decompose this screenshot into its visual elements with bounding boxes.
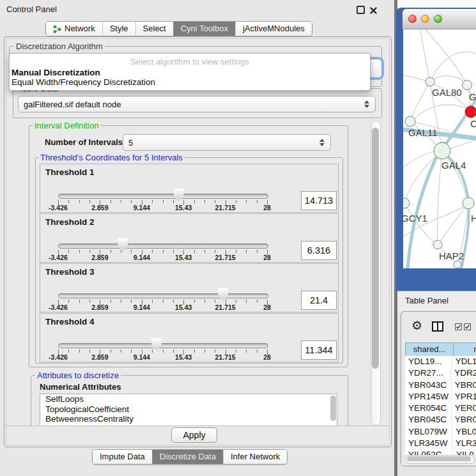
slider-thumb[interactable] [118, 238, 128, 251]
table-row[interactable]: YPR145WYPR1 [405, 391, 476, 403]
slider-tick-label: 21.715 [215, 204, 236, 211]
slider-track[interactable] [58, 343, 268, 348]
slider-thumb[interactable] [218, 288, 228, 301]
list-scrollbar-thumb[interactable] [330, 395, 336, 421]
table-row[interactable]: YER054CYER0 [405, 403, 476, 414]
threshold-value-field[interactable]: 21.4 [301, 291, 337, 310]
network-node[interactable] [433, 240, 442, 249]
settings-scroll-area: Interval Definition Number of Intervals … [9, 119, 371, 426]
network-node[interactable] [403, 198, 410, 208]
minimize-traffic-light[interactable] [421, 15, 429, 23]
algorithm-option[interactable]: Manual Discretization [10, 68, 370, 77]
attribute-item[interactable]: TopologicalCoefficient [40, 404, 337, 415]
tab-label: Cyni Toolbox [181, 22, 228, 36]
slider-tick [79, 300, 80, 303]
table-row[interactable]: YDR27...YDR2 [405, 367, 476, 379]
network-node[interactable] [434, 142, 450, 159]
table-column-header[interactable]: shared... [405, 342, 454, 357]
slider-thumb[interactable] [174, 188, 184, 201]
node-label: GA [469, 91, 476, 102]
slider-tick [121, 349, 121, 353]
table-row[interactable]: YBR043CYBR0 [405, 380, 476, 391]
slider-tick [131, 349, 132, 353]
algorithm-option[interactable]: Equal Width/Frequency Discretization [10, 77, 370, 87]
attribute-item[interactable]: SelfLoops [40, 394, 337, 404]
close-traffic-light[interactable] [408, 15, 417, 23]
network-node-selected[interactable] [465, 106, 476, 118]
zoom-traffic-light[interactable] [434, 15, 442, 23]
slider-tick [204, 200, 205, 203]
network-node[interactable] [405, 116, 415, 127]
slider-track[interactable] [58, 293, 268, 298]
tab-impute-data[interactable]: Impute Data [93, 450, 152, 464]
gear-icon[interactable]: ⚙ [411, 319, 422, 332]
apply-button[interactable]: Apply [171, 427, 217, 443]
slider-tick [163, 250, 164, 253]
slider-tick-label: 9.144 [134, 353, 150, 361]
slider-tick-label: 28 [263, 204, 271, 211]
table-hscrollbar-track[interactable] [405, 455, 475, 464]
tab-infer-network[interactable]: Infer Network [223, 450, 287, 464]
numerical-attributes-list[interactable]: SelfLoopsTopologicalCoefficientBetweenne… [40, 394, 337, 426]
column-layout-icon[interactable] [432, 321, 443, 334]
table-hscrollbar-thumb[interactable] [407, 456, 471, 461]
slider-tick [173, 300, 174, 303]
network-node[interactable] [426, 77, 434, 86]
numerical-attributes-label: Numerical Attributes [40, 382, 121, 392]
tab-label: Discretize Data [160, 450, 216, 464]
network-window-titlebar[interactable] [403, 9, 476, 29]
network-node[interactable] [463, 81, 472, 90]
threshold-value-field[interactable]: 6.316 [301, 241, 337, 260]
network-window-top-edge [397, 0, 476, 8]
slider-track[interactable] [58, 243, 268, 249]
algorithm-hint-option[interactable]: Select algorithm to view settings [10, 57, 370, 66]
table-row[interactable]: YIL052CYIL0 [405, 449, 476, 455]
attribute-item[interactable]: BetweennessCentrality [40, 414, 337, 424]
threshold-value-field[interactable]: 11.344 [301, 341, 337, 360]
table-data-combobox[interactable]: galFiltered.sif default node [18, 96, 376, 112]
slider-tick [89, 300, 90, 303]
slider-tick [131, 300, 132, 303]
close-icon[interactable] [370, 5, 377, 17]
slider-tick [215, 250, 215, 253]
tab-network[interactable]: Network [46, 22, 102, 36]
threshold-value-field[interactable]: 14.713 [301, 191, 337, 210]
slider-tick [152, 300, 153, 303]
node-label: GCY1 [403, 213, 427, 224]
tab-style[interactable]: Style [102, 22, 135, 36]
float-window-icon[interactable] [357, 6, 365, 14]
table-row[interactable]: YBL079WYBL0 [405, 426, 476, 438]
threshold-label: Threshold 1 [45, 167, 95, 177]
screenshot-root: Control Panel NetworkStyleSelectCyni Too… [0, 0, 476, 476]
slider-tick-label: 9.144 [134, 254, 150, 261]
table-cell: YDR27... [405, 367, 451, 379]
select-columns-icons[interactable] [455, 323, 471, 330]
table-cell: YLR3 [452, 438, 476, 449]
tab-select[interactable]: Select [135, 22, 173, 36]
discretization-algorithm-label: Discretization Algorithm [14, 42, 105, 51]
tab-jactivemnodules[interactable]: jActiveMNodules [235, 22, 312, 36]
slider-tick [173, 200, 174, 203]
node-label: HAP2 [439, 250, 464, 261]
tab-discretize-data[interactable]: Discretize Data [152, 450, 223, 464]
table-row[interactable]: YLR345WYLR3 [405, 438, 476, 449]
table-column-header[interactable]: n [454, 342, 476, 357]
slider-tick [89, 200, 90, 203]
slider-tick [236, 300, 236, 303]
table-row[interactable]: YDL19...YDL1 [405, 356, 476, 367]
network-node[interactable] [454, 261, 461, 268]
slider-tick [257, 300, 257, 303]
slider-tick-label: 28 [263, 303, 271, 311]
slider-tick [246, 300, 247, 303]
network-node[interactable] [463, 197, 474, 209]
tab-cyni-toolbox[interactable]: Cyni Toolbox [173, 22, 235, 36]
table-row[interactable]: YBR045CYBR0 [405, 414, 476, 426]
number-of-intervals-combobox[interactable]: 5 [123, 134, 331, 151]
slider-track[interactable] [58, 194, 268, 199]
slider-thumb[interactable] [151, 338, 162, 351]
network-canvas[interactable]: GAL80GACGAL11GAL4GCY1HHAP2 [403, 29, 476, 268]
slider-tick-label: -3.426 [49, 353, 68, 361]
slider-tick [204, 300, 205, 303]
slider-tick [215, 300, 215, 303]
panel-scrollbar-thumb[interactable] [372, 128, 379, 369]
